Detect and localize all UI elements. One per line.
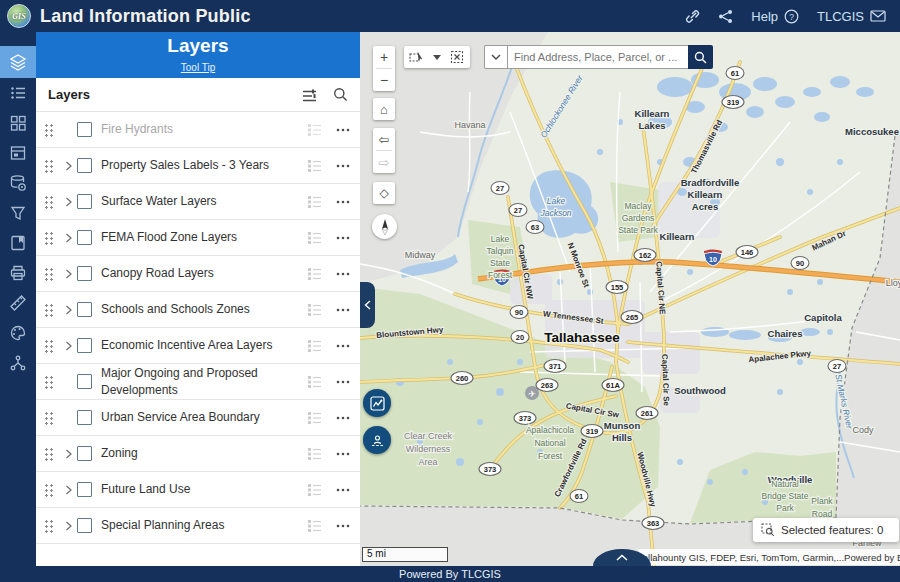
layer-options-icon[interactable]: [336, 128, 350, 132]
layer-options-icon[interactable]: [336, 452, 350, 456]
layer-options-icon[interactable]: [336, 164, 350, 168]
layer-checkbox[interactable]: [77, 266, 92, 281]
layer-legend-icon[interactable]: [308, 195, 322, 209]
locate-button[interactable]: ◇: [373, 182, 395, 204]
rail-item-draw[interactable]: [0, 318, 36, 348]
tool-tip-link[interactable]: Tool Tip: [181, 62, 215, 73]
layer-options-icon[interactable]: [336, 416, 350, 420]
drag-handle-icon[interactable]: [44, 231, 54, 245]
layer-checkbox[interactable]: [77, 158, 92, 173]
rail-item-layers[interactable]: [0, 46, 36, 78]
drag-handle-icon[interactable]: [44, 195, 54, 209]
collapse-panel-tab[interactable]: [360, 282, 375, 328]
rail-item-measure[interactable]: [0, 288, 36, 318]
next-extent-button[interactable]: ⇨: [373, 151, 395, 173]
expand-layer-chevron[interactable]: [61, 161, 75, 171]
rail-item-bookmark[interactable]: [0, 228, 36, 258]
layer-checkbox[interactable]: [77, 446, 92, 461]
expand-layer-chevron[interactable]: [61, 341, 75, 351]
drag-handle-icon[interactable]: [44, 123, 54, 137]
help-menu[interactable]: Help ?: [751, 9, 799, 24]
link-icon[interactable]: [685, 9, 700, 24]
select-tool-dropdown[interactable]: [430, 46, 444, 68]
layer-legend-icon[interactable]: [308, 231, 322, 245]
layer-options-icon[interactable]: [336, 488, 350, 492]
layer-options-icon[interactable]: [336, 236, 350, 240]
layer-legend-icon[interactable]: [308, 375, 322, 389]
layer-legend-icon[interactable]: [308, 339, 322, 353]
share-icon[interactable]: [718, 9, 733, 24]
arrange-layers-icon[interactable]: [302, 88, 317, 102]
layer-legend-icon[interactable]: [308, 447, 322, 461]
search-layers-icon[interactable]: [333, 87, 348, 102]
expand-layer-chevron[interactable]: [61, 521, 75, 531]
rail-item-table[interactable]: [0, 138, 36, 168]
account-menu[interactable]: TLCGIS: [817, 9, 886, 24]
drag-handle-icon[interactable]: [44, 339, 54, 353]
select-tool-button[interactable]: [404, 46, 430, 68]
chart-widget-button[interactable]: [363, 389, 391, 417]
gis-logo-text: GIS: [12, 12, 25, 21]
rail-item-filter[interactable]: [0, 198, 36, 228]
layer-row: Canopy Road Layers: [36, 256, 360, 292]
previous-extent-button[interactable]: ⇦: [373, 128, 395, 150]
layer-legend-icon[interactable]: [308, 303, 322, 317]
layer-checkbox[interactable]: [77, 482, 92, 497]
home-button[interactable]: ⌂: [373, 98, 395, 120]
expand-layer-chevron[interactable]: [61, 305, 75, 315]
drag-handle-icon[interactable]: [44, 519, 54, 533]
drag-handle-icon[interactable]: [44, 447, 54, 461]
compass-needle-icon[interactable]: [376, 218, 394, 236]
layer-checkbox[interactable]: [77, 374, 92, 389]
layer-legend-icon[interactable]: [308, 411, 322, 425]
chevron-up-icon: [616, 554, 628, 561]
expand-layer-chevron[interactable]: [61, 485, 75, 495]
layer-label: Zoning: [101, 445, 138, 461]
expand-layer-chevron[interactable]: [61, 197, 75, 207]
layer-legend-icon[interactable]: [308, 483, 322, 497]
drag-handle-icon[interactable]: [44, 411, 54, 425]
layer-legend-icon[interactable]: [308, 519, 322, 533]
clear-selection-button[interactable]: [444, 46, 470, 68]
expand-layer-chevron[interactable]: [61, 269, 75, 279]
layer-checkbox[interactable]: [77, 122, 92, 137]
drag-handle-icon[interactable]: [44, 483, 54, 497]
map-canvas[interactable]: ✈ 61319272763909020260146271621552653712…: [360, 32, 900, 566]
rail-item-data[interactable]: [0, 168, 36, 198]
layer-options-icon[interactable]: [336, 524, 350, 528]
map-search: [484, 45, 713, 69]
drag-handle-icon[interactable]: [44, 375, 54, 389]
drag-handle-icon[interactable]: [44, 303, 54, 317]
layer-checkbox[interactable]: [77, 338, 92, 353]
layer-checkbox[interactable]: [77, 518, 92, 533]
drag-handle-icon[interactable]: [44, 267, 54, 281]
layer-options-icon[interactable]: [336, 200, 350, 204]
layer-checkbox[interactable]: [77, 302, 92, 317]
drag-handle-icon[interactable]: [44, 159, 54, 173]
search-source-dropdown[interactable]: [484, 45, 507, 69]
zoom-out-button[interactable]: −: [373, 69, 395, 91]
layer-legend-icon[interactable]: [308, 123, 322, 137]
layer-options-icon[interactable]: [336, 380, 350, 384]
rail-item-legend[interactable]: [0, 78, 36, 108]
layer-legend-icon[interactable]: [308, 159, 322, 173]
zoom-in-button[interactable]: +: [373, 46, 395, 68]
layer-legend-icon[interactable]: [308, 267, 322, 281]
layer-options-icon[interactable]: [336, 308, 350, 312]
home-control: ⌂: [373, 98, 395, 120]
expand-layer-chevron[interactable]: [61, 449, 75, 459]
rail-item-print[interactable]: [0, 258, 36, 288]
search-button[interactable]: [688, 45, 713, 69]
layer-options-icon[interactable]: [336, 272, 350, 276]
svg-text:373: 373: [484, 465, 497, 474]
rail-item-network[interactable]: [0, 348, 36, 378]
layer-checkbox[interactable]: [77, 194, 92, 209]
expand-layer-chevron[interactable]: [61, 233, 75, 243]
nearby-widget-button[interactable]: [363, 426, 391, 454]
rail-item-apps[interactable]: [0, 108, 36, 138]
layer-checkbox[interactable]: [77, 230, 92, 245]
layer-options-icon[interactable]: [336, 344, 350, 348]
selected-features-badge[interactable]: Selected features: 0: [753, 518, 899, 542]
search-input[interactable]: [507, 45, 688, 69]
layer-checkbox[interactable]: [77, 410, 92, 425]
